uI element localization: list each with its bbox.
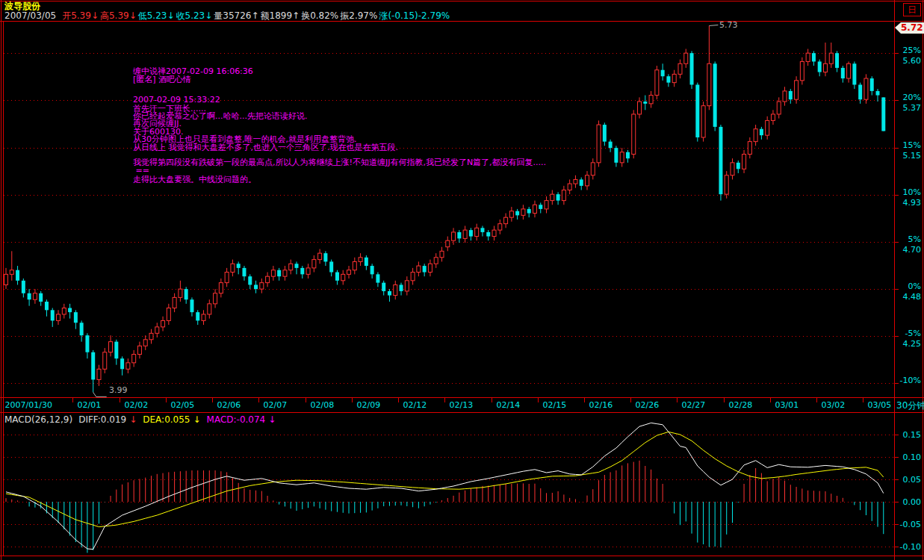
low-callout-label: 3.99 <box>109 385 128 395</box>
x-axis-date-label: 02/28 <box>729 400 753 410</box>
annotation-line: 走得比大盘要强。中线没问题的。 <box>133 174 256 185</box>
quote-field-涨: 涨(-0.15)-2.79% <box>379 10 450 21</box>
quote-field-开: 开5.39↓ <box>62 10 99 21</box>
macd-header: MACD(26,12,9)DIFF:0.019↓DEA:0.055↓MACD:-… <box>4 414 282 425</box>
down-arrow-icon: ↓ <box>268 414 276 425</box>
macd-axis-label: 0.05 <box>896 475 921 485</box>
price-axis-label: 5.15 <box>896 151 921 161</box>
percent-axis-label: 10% <box>896 187 921 197</box>
x-axis-date-label: 03/02 <box>822 400 846 410</box>
annotation-line: [匿名] 酒吧心情 <box>133 74 191 85</box>
percent-axis-label: 0% <box>896 281 921 291</box>
price-axis-label: 4.48 <box>896 292 921 302</box>
x-axis-date-label: 03/01 <box>775 400 799 410</box>
macd-dea-value: DEA:0.055 <box>143 414 190 425</box>
x-axis-date-label: 02/07 <box>264 400 288 410</box>
percent-axis-label: -5% <box>896 329 921 338</box>
x-axis-date-label: 02/13 <box>450 400 474 410</box>
quote-field-高: 高5.39↓ <box>100 10 137 21</box>
x-axis-date-label: 02/08 <box>311 400 335 410</box>
trading-terminal: { "header": { "stock_name": "波导股份", "dat… <box>0 0 924 560</box>
macd-axis-label: 0.15 <box>896 430 921 440</box>
macd-diff-line <box>6 423 884 549</box>
quote-field-量: 量35726↑ <box>214 10 258 21</box>
x-axis-date-label: 02/02 <box>125 400 149 410</box>
quote-field-收: 收5.23↓ <box>176 10 213 21</box>
x-axis-date-label: 02/05 <box>171 400 195 410</box>
percent-axis-label: 25% <box>896 46 921 55</box>
percent-axis-label: 5% <box>896 234 921 244</box>
current-price-tag: 5.72 <box>895 22 924 34</box>
quote-date: 2007/03/05 <box>4 10 56 21</box>
macd-gridlines <box>4 435 899 547</box>
quote-field-额: 额1899↑ <box>261 10 300 21</box>
x-axis-date-label: 02/27 <box>682 400 706 410</box>
quote-field-低: 低5.23↓ <box>138 10 175 21</box>
percent-axis-label: -10% <box>896 376 921 385</box>
price-axis-label: 4.93 <box>896 198 921 208</box>
macd-hist-value: MACD:-0.074 <box>207 414 266 425</box>
x-axis-date-label: 02/16 <box>589 400 613 410</box>
quote-field-换: 换0.82% <box>301 10 338 21</box>
price-tag-value: 5.72 <box>901 22 924 34</box>
x-axis-date-label: 02/09 <box>357 400 381 410</box>
annotation-line: 从日线上 我觉得和大盘差不多了,也进入一个三角区了.现在也是在第五段. <box>133 142 398 153</box>
x-axis-date-label: 02/14 <box>497 400 521 410</box>
x-axis-date-label: 02/15 <box>543 400 567 410</box>
x-axis-date-label: 2007/01/30 <box>5 400 52 410</box>
x-axis-date-label: 02/12 <box>403 400 427 410</box>
macd-axis-label: 0.10 <box>896 452 921 462</box>
annotation-line: 我觉得第四段没有跌破第一段的最高点,所以人为将继续上涨!不知道缠JJ有何指教,我… <box>133 157 546 168</box>
macd-axis-label: -0.05 <box>896 520 921 529</box>
macd-axis-label: 0.00 <box>896 497 921 507</box>
timeframe-label[interactable]: 30分钟 <box>896 399 924 412</box>
high-callout-label: 5.73 <box>719 20 738 30</box>
x-axis-date-label: 02/06 <box>217 400 241 410</box>
x-axis-date-label: 02/01 <box>78 400 102 410</box>
daily-period-button[interactable]: 日 <box>903 3 921 16</box>
percent-axis-label: 15% <box>896 140 921 150</box>
price-axis-label: 4.25 <box>896 339 921 349</box>
x-axis-date-label: 02/26 <box>636 400 660 410</box>
macd-axis-label: -0.10 <box>896 542 921 552</box>
quote-field-振: 振2.97% <box>340 10 377 21</box>
down-arrow-icon: ↓ <box>129 414 137 425</box>
quote-fields: 开5.39↓高5.39↓低5.23↓收5.23↓量35726↑额1899↑换0.… <box>62 10 451 21</box>
macd-diff-value: DIFF:0.019 <box>78 414 126 425</box>
down-arrow-icon: ↓ <box>193 414 200 425</box>
macd-title: MACD(26,12,9) <box>4 414 72 425</box>
price-axis-label: 5.37 <box>896 103 921 113</box>
quote-bar: 2007/03/05开5.39↓高5.39↓低5.23↓收5.23↓量35726… <box>4 10 453 22</box>
percent-axis-label: 20% <box>896 93 921 102</box>
macd-histogram <box>6 461 884 553</box>
x-axis-date-label: 03/05 <box>868 400 892 410</box>
price-axis-label: 4.70 <box>896 245 921 255</box>
price-tag-arrow-icon <box>895 22 901 34</box>
price-axis-label: 5.60 <box>896 56 921 66</box>
